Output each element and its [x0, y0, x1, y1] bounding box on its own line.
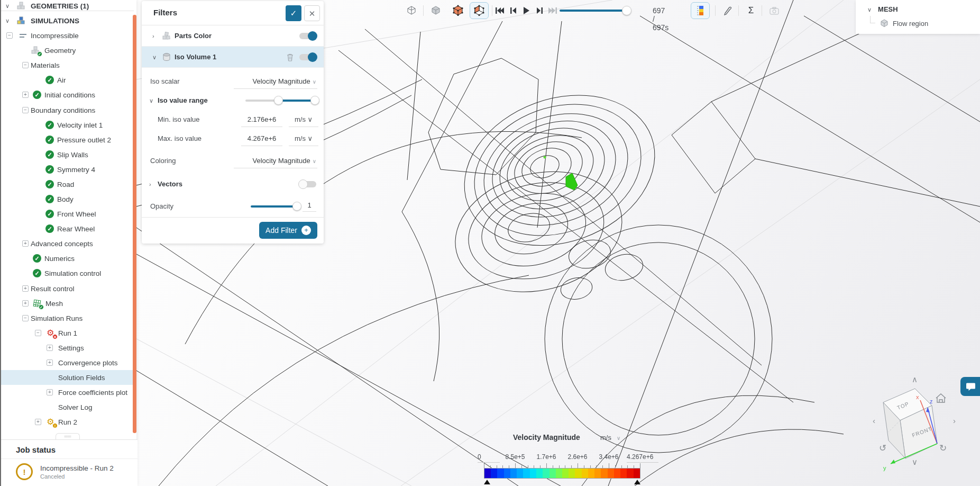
collapse-icon[interactable]: −	[6, 32, 13, 39]
apply-filters-button[interactable]: ✓	[286, 5, 301, 21]
show-mesh-cube-icon[interactable]	[448, 2, 468, 19]
tree-item-solver-log[interactable]: Solver Log	[1, 400, 134, 415]
iso-range-min-handle[interactable]	[274, 96, 283, 105]
rotate-up-chevron[interactable]: ∧	[912, 375, 918, 384]
legend-min-marker[interactable]	[484, 480, 490, 484]
tree-item-convergence-plots[interactable]: +Convergence plots	[1, 355, 134, 370]
tree-item-materials[interactable]: −Materials	[1, 58, 134, 73]
tree-item-road[interactable]: ✓Road	[1, 177, 134, 192]
tree-item-boundary-conditions[interactable]: −Boundary conditions	[1, 103, 134, 118]
opacity-handle[interactable]	[292, 202, 301, 211]
next-frame-button[interactable]	[533, 2, 546, 19]
tree-item-settings[interactable]: +Settings	[1, 340, 134, 355]
chevron-down-icon[interactable]: ∨	[5, 17, 10, 24]
filter-row-parts-color[interactable]: › Parts Color	[142, 25, 324, 47]
tree-item-mesh[interactable]: +✓Mesh	[1, 296, 134, 311]
legend-max-input[interactable]: 4.267e+6	[627, 453, 658, 463]
legend-unit-dropdown[interactable]: m/s∨	[600, 434, 620, 442]
play-button[interactable]	[519, 2, 533, 19]
tree-item-simulation-control[interactable]: ✓Simulation control	[1, 266, 134, 281]
expand-icon[interactable]: +	[22, 240, 29, 247]
skip-to-end-button[interactable]	[546, 2, 560, 19]
collapse-icon[interactable]: −	[22, 315, 29, 321]
legend-min-input[interactable]: 0	[478, 453, 500, 463]
opacity-slider[interactable]	[251, 205, 299, 208]
min-unit-dropdown[interactable]: m/s ∨	[289, 113, 318, 127]
navigation-cube-widget[interactable]: ∧ › ‹ ∨ ↺ ↻ TOP FRONT x z y	[867, 368, 973, 474]
delete-filter-icon[interactable]	[286, 53, 294, 61]
collapse-icon[interactable]: −	[22, 62, 29, 68]
tree-item-front-wheel[interactable]: ✓Front Wheel	[1, 206, 134, 221]
expand-icon[interactable]: +	[47, 345, 53, 351]
rotate-ccw-icon[interactable]: ↺	[879, 443, 886, 453]
rotate-down-chevron[interactable]: ∨	[912, 457, 918, 466]
expand-icon[interactable]: +	[35, 419, 41, 425]
rotate-left-chevron[interactable]: ‹	[873, 416, 875, 425]
max-iso-value-input[interactable]: 4.267e+6	[241, 132, 282, 146]
sidebar-scrollbar[interactable]	[133, 15, 136, 433]
tree-item-geometry[interactable]: ✓Geometry	[1, 43, 134, 58]
show-surfaces-cube-icon[interactable]	[470, 2, 489, 19]
max-unit-dropdown[interactable]: m/s ∨	[289, 132, 318, 146]
tree-item-simulations[interactable]: ∨SIMULATIONS	[1, 13, 134, 28]
expand-icon[interactable]: +	[22, 92, 29, 98]
tree-item-incompressible[interactable]: −Incompressible	[1, 28, 134, 43]
coloring-dropdown[interactable]: Velocity Magnitude∨	[234, 155, 317, 168]
tree-item-air[interactable]: ✓Air	[1, 73, 134, 87]
timeline-slider[interactable]	[560, 10, 627, 12]
home-view-icon[interactable]	[936, 394, 946, 402]
screenshot-camera-icon[interactable]	[765, 2, 784, 19]
skip-to-start-button[interactable]	[493, 2, 507, 19]
close-filters-button[interactable]: ✕	[304, 5, 320, 21]
tree-item-result-control[interactable]: +Result control	[1, 281, 134, 296]
job-panel-drag-handle[interactable]: ══	[56, 433, 80, 439]
legend-toggle-button[interactable]	[691, 2, 710, 19]
tree-item-slip-walls[interactable]: ✓Slip Walls	[1, 147, 134, 162]
iso-value-range-row: ∨ Iso value range	[142, 91, 324, 110]
tree-item-initial-conditions[interactable]: +✓Initial conditions	[1, 87, 134, 102]
support-chat-button[interactable]	[960, 377, 980, 396]
iso-range-slider[interactable]	[245, 100, 317, 102]
tree-item-force-coefficients-plot[interactable]: +Force coefficients plot	[1, 385, 134, 400]
collapse-icon[interactable]: −	[35, 330, 41, 336]
tree-item-advanced-concepts[interactable]: +Advanced concepts	[1, 236, 134, 251]
iso-scalar-dropdown[interactable]: Velocity Magnitude∨	[234, 75, 317, 89]
tree-item-geometries-1-[interactable]: ∨GEOMETRIES (1)	[1, 0, 134, 13]
parts-color-toggle[interactable]	[299, 33, 316, 39]
mesh-tree-header[interactable]: ∨MESH	[867, 5, 898, 13]
probe-point-icon[interactable]	[718, 2, 737, 19]
timeline-handle[interactable]	[622, 6, 631, 15]
tree-item-run-1[interactable]: −⚙✕Run 1	[1, 326, 134, 340]
expand-icon[interactable]: +	[47, 389, 53, 395]
vectors-toggle[interactable]	[299, 181, 316, 187]
previous-frame-button[interactable]	[507, 2, 519, 19]
collapse-icon[interactable]: −	[22, 107, 29, 113]
tree-item-body[interactable]: ✓Body	[1, 192, 134, 206]
tree-item-simulation-runs[interactable]: −Simulation Runs	[1, 311, 134, 326]
tree-item-pressure-outlet-2[interactable]: ✓Pressure outlet 2	[1, 132, 134, 147]
expand-icon[interactable]: +	[22, 285, 29, 292]
iso-range-max-handle[interactable]	[310, 96, 319, 105]
statistics-sigma-icon[interactable]: Σ	[741, 2, 761, 19]
tree-item-velocity-inlet-1[interactable]: ✓Velocity inlet 1	[1, 118, 134, 132]
tree-item-symmetry-4[interactable]: ✓Symmetry 4	[1, 162, 134, 177]
view-wireframe-cube-icon[interactable]	[402, 2, 421, 19]
add-filter-button[interactable]: Add Filter+	[259, 222, 317, 239]
tree-item-run-2[interactable]: +⚙!Run 2	[1, 415, 134, 429]
min-iso-value-input[interactable]: 2.176e+6	[241, 113, 282, 127]
tree-item-numerics[interactable]: ✓Numerics	[1, 251, 134, 266]
legend-max-marker[interactable]	[634, 480, 640, 484]
rotate-cw-icon[interactable]: ↻	[939, 443, 947, 453]
tree-item-solution-fields[interactable]: Solution Fields	[1, 370, 134, 385]
job-status-row[interactable]: ! Incompressible - Run 2 Canceled	[1, 459, 138, 480]
view-solid-cube-icon[interactable]	[426, 2, 445, 19]
chevron-down-icon[interactable]: ∨	[5, 3, 10, 10]
opacity-value[interactable]: 1	[303, 201, 316, 212]
expand-icon[interactable]: +	[47, 359, 53, 366]
iso-volume-toggle[interactable]	[299, 54, 316, 60]
expand-icon[interactable]: +	[22, 300, 29, 307]
filter-row-iso-volume[interactable]: ∨ Iso Volume 1	[142, 47, 324, 68]
mesh-tree-item-flow-region[interactable]: Flow region	[893, 20, 928, 28]
tree-item-rear-wheel[interactable]: ✓Rear Wheel	[1, 221, 134, 236]
rotate-right-chevron[interactable]: ›	[953, 416, 956, 425]
